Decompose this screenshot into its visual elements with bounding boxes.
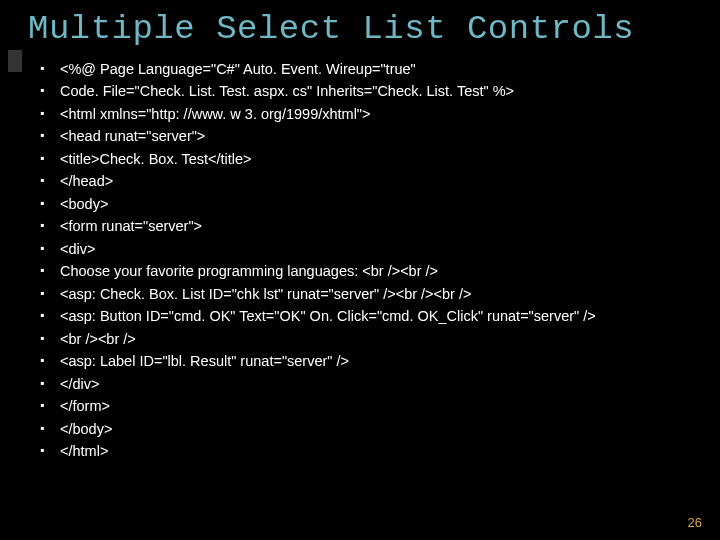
code-text: Choose your favorite programming languag… <box>60 260 438 282</box>
code-line: ▪<asp: Check. Box. List ID="chk lst" run… <box>40 283 720 305</box>
code-text: <asp: Button ID="cmd. OK" Text="OK" On. … <box>60 305 596 327</box>
code-text: Code. File="Check. List. Test. aspx. cs"… <box>60 80 514 102</box>
code-line: ▪<body> <box>40 193 720 215</box>
code-line: ▪</form> <box>40 395 720 417</box>
code-text: </head> <box>60 170 113 192</box>
code-line: ▪<html xmlns="http: //www. w 3. org/1999… <box>40 103 720 125</box>
code-text: <title>Check. Box. Test</title> <box>60 148 252 170</box>
code-line: ▪<form runat="server"> <box>40 215 720 237</box>
bullet-icon: ▪ <box>40 193 60 213</box>
slide: Multiple Select List Controls ▪<%@ Page … <box>0 0 720 540</box>
bullet-icon: ▪ <box>40 418 60 438</box>
code-line: ▪<div> <box>40 238 720 260</box>
code-line: ▪Code. File="Check. List. Test. aspx. cs… <box>40 80 720 102</box>
bullet-icon: ▪ <box>40 103 60 123</box>
accent-block <box>8 50 22 72</box>
page-number: 26 <box>688 515 702 530</box>
code-text: </div> <box>60 373 100 395</box>
bullet-icon: ▪ <box>40 440 60 460</box>
code-line: ▪<asp: Button ID="cmd. OK" Text="OK" On.… <box>40 305 720 327</box>
code-line: ▪</body> <box>40 418 720 440</box>
code-line: ▪</html> <box>40 440 720 462</box>
bullet-icon: ▪ <box>40 305 60 325</box>
bullet-icon: ▪ <box>40 125 60 145</box>
code-listing: ▪<%@ Page Language="C#" Auto. Event. Wir… <box>0 54 720 462</box>
code-text: <head runat="server"> <box>60 125 205 147</box>
bullet-icon: ▪ <box>40 215 60 235</box>
bullet-icon: ▪ <box>40 283 60 303</box>
bullet-icon: ▪ <box>40 260 60 280</box>
code-line: ▪</div> <box>40 373 720 395</box>
code-line: ▪<head runat="server"> <box>40 125 720 147</box>
bullet-icon: ▪ <box>40 328 60 348</box>
slide-title: Multiple Select List Controls <box>0 0 720 54</box>
code-line: ▪<br /><br /> <box>40 328 720 350</box>
code-text: </html> <box>60 440 108 462</box>
bullet-icon: ▪ <box>40 373 60 393</box>
code-text: <br /><br /> <box>60 328 136 350</box>
bullet-icon: ▪ <box>40 80 60 100</box>
code-line: ▪Choose your favorite programming langua… <box>40 260 720 282</box>
code-text: <div> <box>60 238 95 260</box>
code-text: </body> <box>60 418 112 440</box>
code-text: <asp: Label ID="lbl. Result" runat="serv… <box>60 350 349 372</box>
code-text: <body> <box>60 193 108 215</box>
code-text: <form runat="server"> <box>60 215 202 237</box>
code-text: <%@ Page Language="C#" Auto. Event. Wire… <box>60 58 416 80</box>
bullet-icon: ▪ <box>40 170 60 190</box>
bullet-icon: ▪ <box>40 395 60 415</box>
code-text: <html xmlns="http: //www. w 3. org/1999/… <box>60 103 371 125</box>
code-line: ▪<title>Check. Box. Test</title> <box>40 148 720 170</box>
bullet-icon: ▪ <box>40 58 60 78</box>
code-line: ▪<%@ Page Language="C#" Auto. Event. Wir… <box>40 58 720 80</box>
bullet-icon: ▪ <box>40 238 60 258</box>
code-line: ▪</head> <box>40 170 720 192</box>
bullet-icon: ▪ <box>40 350 60 370</box>
code-text: <asp: Check. Box. List ID="chk lst" runa… <box>60 283 471 305</box>
bullet-icon: ▪ <box>40 148 60 168</box>
code-text: </form> <box>60 395 110 417</box>
code-line: ▪<asp: Label ID="lbl. Result" runat="ser… <box>40 350 720 372</box>
